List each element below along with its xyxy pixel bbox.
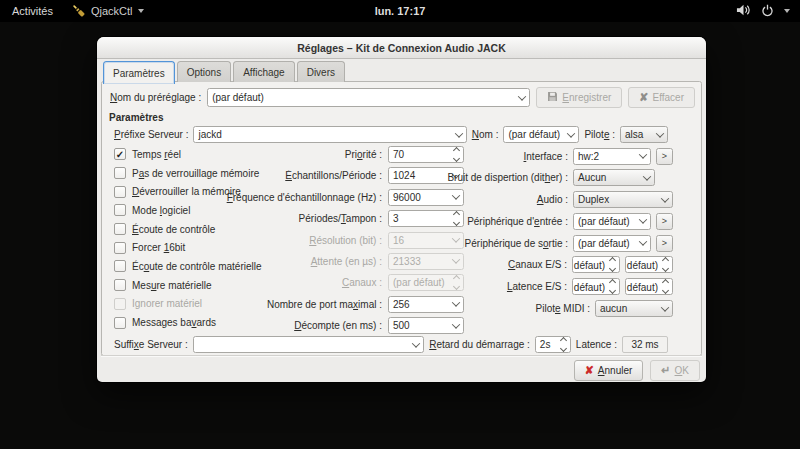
dialog-title: Réglages – Kit de Connexion Audio JACK [297,42,505,54]
latency-io-row: Latence E/S : (par défaut) (par défaut) [442,278,673,296]
frames-per-period-label: Échantillons/Période : [142,170,382,181]
output-device-combo[interactable]: (par défaut) [573,235,651,252]
word-length-row: Résolution (bit) : 16 [142,232,464,249]
frames-per-period-row: Échantillons/Période : 1024 [142,167,464,184]
latency-readout: 32 ms [622,336,668,353]
server-name-combo[interactable]: (par défaut) [503,126,579,143]
app-menu-button[interactable]: QjackCtl [71,3,144,20]
output-device-row: Périphérique de sortie : (par défaut) > [442,234,673,252]
sample-rate-row: Fréquence d'échantillonnage (Hz) : 96000 [142,189,464,206]
checkbox-box [114,279,126,291]
midi-driver-row: Pilote MIDI : aucun [442,300,673,318]
in-latency-spinbox[interactable]: (par défaut) [572,278,620,295]
server-suffix-combo[interactable] [193,336,424,353]
dither-row: Bruit de dispertion (dither) : Aucun [442,169,673,187]
periods-per-buffer-label: Périodes/Tampon : [142,213,382,224]
driver-combo[interactable]: alsa [620,126,668,143]
interface-more-button[interactable]: > [656,148,673,165]
sample-rate-label: Fréquence d'échantillonnage (Hz) : [142,192,382,203]
clock-label[interactable]: lun. 17:17 [375,5,426,17]
interface-row: Interface : hw:2 > [442,147,673,165]
delete-preset-button: ✘ Effacer [628,87,695,108]
audio-label: Audio : [442,194,568,205]
in-channels-spinbox[interactable]: (par défaut) [572,256,620,273]
midi-driver-label: Pilote MIDI : [442,303,590,314]
return-icon: ↵ [661,365,670,376]
timeout-combo[interactable]: 500 [388,317,464,334]
tab-affichage[interactable]: Affichage [233,61,295,82]
server-prefix-label: Préfixe Serveur : [114,129,188,140]
output-device-more-button[interactable]: > [656,235,673,252]
server-prefix-combo[interactable]: jackd [193,126,466,143]
checkbox-box [114,260,126,272]
checkbox-box [114,204,126,216]
qjackctl-app-icon [71,3,86,20]
priority-label: Priorité : [142,149,382,160]
input-device-more-button[interactable]: > [656,213,673,230]
dialog-titlebar[interactable]: Réglages – Kit de Connexion Audio JACK [97,37,706,59]
chevron-down-icon [636,214,650,229]
chevron-down-icon [138,9,144,13]
check-icon: ✓ [116,149,124,160]
dialog-button-row: ✘ Annuler ↵ OK [574,360,700,381]
chevron-down-icon [658,301,672,316]
timeout-label: Décompte (en ms) : [142,320,382,331]
chevron-down-icon [452,127,466,142]
priority-row: Priorité : 70 [142,146,464,163]
cancel-button[interactable]: ✘ Annuler [574,360,644,381]
spinner-buttons[interactable] [659,279,672,294]
cancel-x-icon: ✘ [585,365,594,376]
chevron-down-icon [449,318,463,333]
button-separator [101,355,702,356]
audio-row: Audio : Duplex [442,191,673,209]
tab-divers[interactable]: Divers [297,61,345,82]
tab-parametres[interactable]: Paramètres [103,61,175,84]
word-length-label: Résolution (bit) : [142,235,382,246]
spinner-buttons[interactable] [606,279,619,294]
preset-name-combo[interactable]: (par défaut) [207,88,530,107]
checkbox-box [114,242,126,254]
gnome-top-bar: Activités QjackCtl lun. 17:17 [0,0,800,22]
wait-us-row: Attente (en µs) : 21333 [142,253,464,270]
channels-row: Canaux : (par défaut) [142,274,464,291]
server-suffix-label: Suffixe Serveur : [114,339,188,350]
tab-options[interactable]: Options [177,61,231,82]
chevron-down-icon [653,127,667,142]
parameters-area: ✓ Temps réel Pas de verrouillage mémoire… [102,145,701,333]
qjackctl-settings-dialog: Réglages – Kit de Connexion Audio JACK P… [97,37,706,382]
save-preset-button: Enregistrer [536,87,622,108]
checkbox-box [114,167,126,179]
chevron-down-icon [636,236,650,251]
engine-fields-column: Priorité : 70 Échantillons/Période : 102… [142,146,464,334]
chevron-down-icon [564,127,578,142]
audio-combo[interactable]: Duplex [573,191,673,208]
input-device-combo[interactable]: (par défaut) [573,213,651,230]
chevron-down-icon [784,9,790,13]
spinner-buttons[interactable] [606,257,619,272]
startup-delay-spinbox[interactable]: 2s [535,336,571,353]
interface-combo[interactable]: hw:2 [573,148,651,165]
out-latency-spinbox[interactable]: (par défaut) [625,278,673,295]
channels-io-row: Canaux E/S : (par défaut) (par défaut) [442,256,673,274]
dither-label: Bruit de dispertion (dither) : [442,172,568,183]
save-icon [547,91,558,104]
midi-driver-combo[interactable]: aucun [595,300,673,317]
spinner-buttons[interactable] [557,337,570,352]
out-channels-spinbox[interactable]: (par défaut) [625,256,673,273]
spinner-buttons[interactable] [659,257,672,272]
activities-button[interactable]: Activités [10,5,55,17]
chevron-down-icon [636,149,650,164]
latency-label: Latence : [576,339,617,350]
suffix-row: Suffixe Serveur : Retard du démarrage : … [114,335,668,354]
power-icon [761,4,774,19]
checkbox-box [114,223,126,235]
system-tray[interactable] [736,4,800,19]
input-device-row: Périphérique d'entrée : (par défaut) > [442,212,673,230]
driver-label: Pilote : [584,129,615,140]
channels-io-label: Canaux E/S : [442,259,567,270]
volume-icon [736,4,751,18]
delete-x-icon: ✘ [639,92,648,103]
preset-name-label: Nom du préréglage : [110,92,201,103]
checkbox-box [114,317,126,329]
dither-combo[interactable]: Aucun [573,169,655,186]
